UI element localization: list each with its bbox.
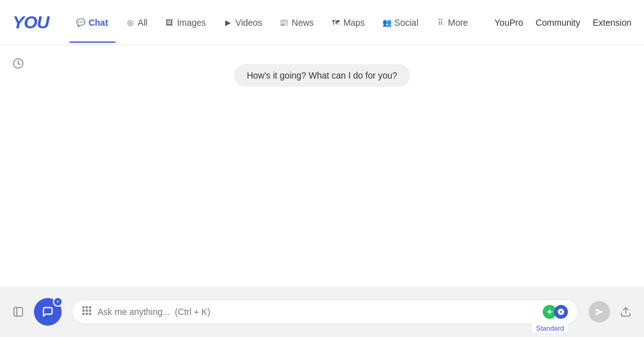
sidebar-toggle-button[interactable]	[13, 306, 24, 318]
mode-icons	[543, 305, 568, 319]
svg-rect-9	[82, 313, 85, 316]
search-input[interactable]	[97, 307, 536, 317]
new-chat-button[interactable]: +	[34, 298, 62, 326]
nav-item-maps[interactable]: 🗺 Maps	[324, 14, 372, 31]
svg-rect-3	[82, 306, 85, 309]
nav-label-maps: Maps	[343, 18, 365, 28]
svg-point-12	[548, 311, 552, 314]
greeting-bubble: How's it going? What can I do for you?	[234, 64, 409, 87]
nav-item-images[interactable]: 🖼 Images	[157, 14, 213, 31]
main-content: How's it going? What can I do for you?	[0, 45, 644, 287]
all-icon: ◎	[126, 18, 135, 27]
nav-item-chat[interactable]: 💬 Chat	[69, 14, 116, 31]
greeting-text: How's it going? What can I do for you?	[247, 70, 397, 80]
community-link[interactable]: Community	[536, 18, 580, 28]
nav-label-all: All	[138, 18, 148, 28]
input-right-icons: Standard	[543, 305, 568, 319]
svg-rect-6	[82, 309, 85, 312]
svg-rect-10	[86, 313, 88, 316]
bottom-bar: +	[0, 287, 644, 337]
nav-item-more[interactable]: ⠿ More	[428, 14, 475, 31]
blue-mode-icon[interactable]	[554, 305, 568, 319]
nav-item-social[interactable]: 👥 Social	[375, 14, 426, 31]
nav-label-videos: Videos	[235, 18, 262, 28]
chat-icon: 💬	[77, 18, 86, 27]
images-icon: 🖼	[165, 18, 174, 27]
more-icon: ⠿	[436, 18, 445, 27]
videos-icon: ▶	[223, 18, 232, 27]
svg-rect-7	[86, 309, 88, 312]
history-icon[interactable]	[13, 58, 24, 72]
nav-label-chat: Chat	[89, 18, 108, 28]
maps-icon: 🗺	[331, 18, 340, 27]
send-button[interactable]	[589, 301, 610, 323]
svg-rect-1	[14, 307, 23, 316]
news-icon: 📰	[280, 18, 289, 27]
svg-rect-4	[86, 306, 88, 309]
svg-rect-8	[89, 309, 92, 312]
standard-label: Standard	[532, 324, 568, 333]
nav-item-videos[interactable]: ▶ Videos	[216, 14, 270, 31]
social-icon: 👥	[382, 18, 391, 27]
svg-rect-5	[89, 306, 92, 309]
logo[interactable]: YOU	[13, 13, 49, 33]
search-input-container: Standard	[72, 299, 579, 324]
youpro-link[interactable]: YouPro	[494, 18, 523, 28]
nav-label-news: News	[292, 18, 314, 28]
extension-link[interactable]: Extension	[593, 18, 631, 28]
nav-label-images: Images	[177, 18, 206, 28]
nav-label-social: Social	[394, 18, 418, 28]
svg-rect-11	[89, 313, 92, 316]
nav-item-all[interactable]: ◎ All	[118, 14, 155, 31]
header-right: YouPro Community Extension	[494, 18, 631, 28]
grid-icon[interactable]	[82, 306, 91, 318]
new-chat-badge: +	[53, 297, 63, 307]
nav-item-news[interactable]: 📰 News	[272, 14, 321, 31]
upload-button[interactable]	[620, 306, 631, 318]
header: YOU 💬 Chat ◎ All 🖼 Images ▶ Videos 📰 New…	[0, 0, 644, 45]
nav-label-more: More	[448, 18, 468, 28]
nav: 💬 Chat ◎ All 🖼 Images ▶ Videos 📰 News 🗺 …	[69, 14, 495, 31]
